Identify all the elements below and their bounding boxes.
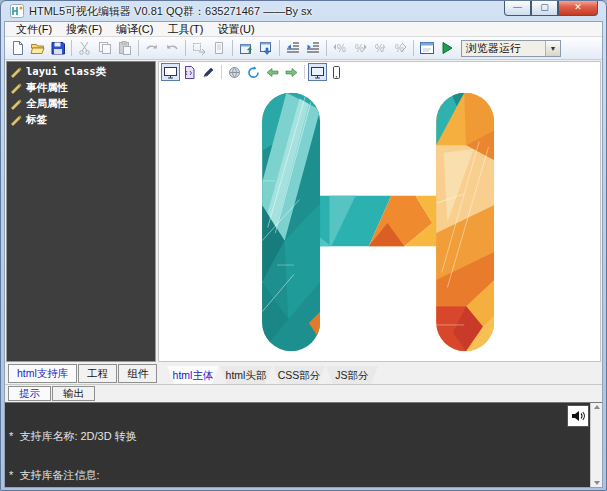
save-file-icon[interactable] bbox=[48, 39, 68, 58]
brush-folder-icon bbox=[10, 82, 22, 94]
window-body: 文件(F) 搜索(F) 编译(C) 工具(T) 设置(U) bbox=[4, 21, 603, 488]
console-line: * 支持库备注信息: bbox=[9, 469, 598, 482]
maximize-icon[interactable]: ▢ bbox=[531, 1, 558, 16]
tree-item-layui-class[interactable]: layui class类 bbox=[7, 64, 155, 80]
preview-toolbar bbox=[159, 62, 600, 82]
minimize-icon[interactable]: — bbox=[504, 1, 531, 16]
toolbar-separator bbox=[304, 65, 305, 79]
code-view-icon[interactable] bbox=[180, 63, 199, 81]
console-scrollbar[interactable] bbox=[590, 403, 602, 487]
redo-icon bbox=[142, 39, 162, 58]
output-tab-row: 提示 输出 bbox=[5, 385, 602, 402]
refresh-icon[interactable] bbox=[244, 63, 263, 81]
goto-icon bbox=[189, 39, 209, 58]
mobile-view-icon[interactable] bbox=[327, 63, 346, 81]
menu-tools[interactable]: 工具(T) bbox=[160, 21, 210, 38]
paste-icon bbox=[115, 39, 135, 58]
toolbar-separator bbox=[413, 40, 414, 56]
menu-bar: 文件(F) 搜索(F) 编译(C) 工具(T) 设置(U) bbox=[5, 22, 602, 37]
toolbar-separator bbox=[232, 40, 233, 56]
message-console[interactable]: * 支持库名称: 2D/3D 转换 * 支持库备注信息: 官方支持库 bbox=[5, 402, 602, 487]
tab-js-section[interactable]: JS部分 bbox=[326, 366, 378, 384]
cut-icon bbox=[75, 39, 95, 58]
app-icon bbox=[10, 4, 24, 18]
tab-html-body[interactable]: html主体 bbox=[167, 366, 219, 384]
tree-item-label: layui class类 bbox=[26, 65, 106, 79]
run-icon[interactable] bbox=[437, 39, 457, 58]
toolbar-separator bbox=[138, 40, 139, 56]
publish-globe-icon[interactable] bbox=[225, 63, 244, 81]
zoom-in-icon: % bbox=[350, 39, 370, 58]
menu-file[interactable]: 文件(F) bbox=[9, 21, 59, 38]
tree-item-label: 全局属性 bbox=[26, 97, 68, 111]
menu-compile[interactable]: 编译(C) bbox=[109, 21, 160, 38]
load-template-icon[interactable] bbox=[236, 39, 256, 58]
toolbar-separator bbox=[326, 40, 327, 56]
zoom-reset-icon: % bbox=[370, 39, 390, 58]
close-icon[interactable]: ✕ bbox=[558, 1, 598, 16]
svg-text:%: % bbox=[375, 43, 384, 54]
editor-tabs: html主体 html头部 CSS部分 JS部分 bbox=[167, 363, 379, 384]
forward-arrow-icon[interactable] bbox=[282, 63, 301, 81]
tab-output[interactable]: 输出 bbox=[52, 386, 95, 401]
tree-item-event-attrs[interactable]: 事件属性 bbox=[7, 80, 155, 96]
brush-folder-icon bbox=[10, 98, 22, 110]
preview-monitor-icon[interactable] bbox=[161, 63, 180, 81]
chevron-down-icon[interactable]: ▼ bbox=[545, 41, 560, 56]
scroll-up-icon[interactable] bbox=[594, 405, 600, 409]
main-toolbar: % % % % 浏览器运行 ▼ bbox=[5, 37, 602, 60]
tab-components[interactable]: 组件 bbox=[118, 364, 157, 383]
canvas[interactable] bbox=[159, 82, 600, 361]
tree-item-label: 标签 bbox=[26, 113, 47, 127]
tab-hints[interactable]: 提示 bbox=[8, 386, 51, 401]
menu-settings[interactable]: 设置(U) bbox=[210, 21, 261, 38]
bottom-tab-row: html支持库 工程 组件 html主体 html头部 CSS部分 JS部分 bbox=[5, 363, 602, 385]
left-panel-tabs: html支持库 工程 组件 bbox=[5, 363, 157, 384]
run-target-value: 浏览器运行 bbox=[462, 41, 545, 56]
toolbar-separator bbox=[71, 40, 72, 56]
tree-item-global-attrs[interactable]: 全局属性 bbox=[7, 96, 155, 112]
support-library-tree: layui class类 事件属性 全局属性 标签 bbox=[6, 61, 156, 362]
edit-pen-icon[interactable] bbox=[199, 63, 218, 81]
window-title: HTML5可视化编辑器 V0.81 QQ群：635271467 ——By sx bbox=[29, 4, 312, 19]
brush-folder-icon bbox=[10, 114, 22, 126]
back-arrow-icon[interactable] bbox=[263, 63, 282, 81]
toolbar-separator bbox=[221, 65, 222, 79]
h-logo-image bbox=[249, 91, 511, 353]
scroll-down-icon[interactable] bbox=[594, 481, 600, 485]
app-window: HTML5可视化编辑器 V0.81 QQ群：635271467 ——By sx … bbox=[0, 0, 607, 491]
speaker-icon[interactable] bbox=[567, 405, 589, 427]
browser-window-icon[interactable] bbox=[417, 39, 437, 58]
desktop-view-icon[interactable] bbox=[308, 63, 327, 81]
copy-icon bbox=[95, 39, 115, 58]
open-file-icon[interactable] bbox=[28, 39, 48, 58]
zoom-out-icon: % bbox=[330, 39, 350, 58]
svg-text:%: % bbox=[337, 43, 346, 54]
title-bar[interactable]: HTML5可视化编辑器 V0.81 QQ群：635271467 ——By sx … bbox=[4, 1, 603, 21]
undo-icon bbox=[162, 39, 182, 58]
indent-decrease-icon[interactable] bbox=[283, 39, 303, 58]
preview-area bbox=[158, 61, 601, 362]
brush-folder-icon bbox=[10, 66, 22, 78]
tab-html-support-lib[interactable]: html支持库 bbox=[8, 364, 77, 383]
console-line: * 支持库名称: 2D/3D 转换 bbox=[9, 430, 598, 443]
svg-text:%: % bbox=[395, 43, 404, 54]
toolbar-separator bbox=[279, 40, 280, 56]
workspace: layui class类 事件属性 全局属性 标签 bbox=[5, 60, 602, 363]
save-template-icon[interactable] bbox=[256, 39, 276, 58]
svg-text:%: % bbox=[355, 43, 364, 54]
indent-increase-icon[interactable] bbox=[303, 39, 323, 58]
zoom-fit-icon: % bbox=[390, 39, 410, 58]
tree-item-tags[interactable]: 标签 bbox=[7, 112, 155, 128]
toolbar-separator bbox=[185, 40, 186, 56]
tab-html-head[interactable]: html头部 bbox=[220, 366, 272, 384]
menu-search[interactable]: 搜索(F) bbox=[59, 21, 109, 38]
tab-project[interactable]: 工程 bbox=[78, 364, 117, 383]
run-target-select[interactable]: 浏览器运行 ▼ bbox=[461, 40, 561, 57]
tree-item-label: 事件属性 bbox=[26, 81, 68, 95]
snippet-icon bbox=[209, 39, 229, 58]
tab-css-section[interactable]: CSS部分 bbox=[273, 366, 325, 384]
window-controls: — ▢ ✕ bbox=[504, 1, 598, 16]
new-file-icon[interactable] bbox=[8, 39, 28, 58]
